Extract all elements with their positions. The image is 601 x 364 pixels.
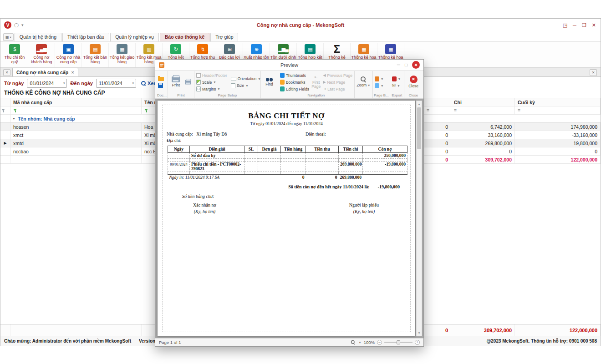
size-button[interactable]: Size ▼ <box>230 82 262 89</box>
filter-cell-indicator[interactable] <box>0 106 10 114</box>
last-page-button[interactable]: ⇥ Last Page <box>322 86 353 92</box>
preview-close-button[interactable] <box>412 61 420 69</box>
first-page-button[interactable]: ⇤ First Page <box>310 76 322 89</box>
zoom-magnifier-icon[interactable] <box>351 340 355 344</box>
print-button[interactable]: Print <box>169 76 183 87</box>
preview-minimize-button[interactable]: ─ <box>397 62 400 67</box>
editing-fields-toggle[interactable]: Editing Fields <box>279 86 310 92</box>
preview-maximize-button[interactable]: □ <box>405 62 407 67</box>
filter-funnel-icon <box>1 109 5 112</box>
scrollbar-thumb[interactable] <box>417 107 421 149</box>
send-email-button[interactable]: ✉ ▼ <box>391 82 402 89</box>
scroll-up-button[interactable]: ▲ <box>417 101 422 107</box>
filter-cell-code[interactable] <box>10 106 142 114</box>
editing-fields-label: Editing Fields <box>286 87 309 91</box>
tabstrip-close-right-button[interactable]: ✕ <box>590 69 597 76</box>
zoom-out-button[interactable]: − <box>377 340 382 345</box>
filter-cell-thu[interactable]: = <box>424 106 451 114</box>
page-color-button[interactable]: ▼ <box>374 76 384 82</box>
ribbon-tab-quan-ly-nghiep-vu[interactable]: Quản lý nghiệp vụ <box>110 33 159 41</box>
preview-title: Preview <box>155 62 423 68</box>
cell-cuoi-ky: 0 <box>515 147 601 155</box>
margins-button[interactable]: Margins ▼ <box>195 86 228 92</box>
cell-code: hoasen <box>10 123 142 131</box>
table-icon: ▦ <box>385 44 396 54</box>
ribbon-button-cong-no-khach-hang[interactable]: ▂▄▆ Công nợ khách hàng <box>28 43 55 67</box>
quick-print-button[interactable] <box>183 79 193 86</box>
to-date-combo[interactable]: 11/01/2024 ▾ <box>96 79 136 88</box>
save-document-button[interactable] <box>157 82 165 89</box>
ribbon-tab-thiet-lap-ban-dau[interactable]: Thiết lập ban đầu <box>62 33 109 41</box>
chevron-down-icon: ▾ <box>10 35 11 39</box>
fullscreen-button[interactable]: ◳ <box>563 22 567 28</box>
page-color-icon <box>375 76 379 81</box>
magnifier-icon <box>361 76 367 82</box>
zoom-slider-thumb[interactable] <box>397 340 400 344</box>
ribbon-tab-bao-cao-thong-ke[interactable]: Báo cáo thống kê <box>160 33 210 41</box>
quick-access-caret-icon[interactable]: ▾ <box>21 23 24 27</box>
filter-cell-chi[interactable]: = <box>451 106 515 114</box>
ribbon-tab-tro-giup[interactable]: Trợ giúp <box>210 33 238 41</box>
group-caption: Close <box>405 93 422 98</box>
editing-fields-icon <box>280 86 285 91</box>
thumbnails-icon <box>280 73 285 78</box>
bar-chart-icon: ▂▆▄ <box>278 44 289 54</box>
close-circle-icon <box>410 76 418 83</box>
find-button[interactable]: Find <box>262 78 277 86</box>
ribbon-button-cong-no-nha-cung-cap[interactable]: ▣ Công nợ nhà cung cấp <box>55 43 82 67</box>
sign-right-title: Người lập phiếu <box>349 202 379 207</box>
row-indicator-cell <box>0 147 10 155</box>
collapse-triangle-icon[interactable]: ▼ <box>12 117 15 120</box>
document-tab-cong-no-nha-cung-cap[interactable]: Công nợ nhà cung cấp ✕ <box>12 68 78 76</box>
minimize-button[interactable]: ─ <box>573 22 576 28</box>
filter-cell-cuoi-ky[interactable]: = <box>515 106 601 114</box>
ribbon-button-tong-ket-giao-hang[interactable]: ▦ Tổng kết giao hàng <box>109 43 136 67</box>
preview-scrollbar[interactable]: ▲ ▼ <box>416 101 422 336</box>
restore-button[interactable]: ❐ <box>582 22 586 28</box>
chevron-down-icon: ▼ <box>358 341 361 344</box>
column-header-cuoi-ky[interactable]: Cuối kỳ <box>515 98 601 106</box>
ribbon-button-tong-ket-ban-hang[interactable]: ▤ Tổng kết bán hàng <box>82 43 109 67</box>
previous-page-button[interactable]: ◀ Previous Page <box>322 72 353 79</box>
column-header-thu[interactable] <box>424 98 451 106</box>
tabstrip-close-button[interactable]: ✕ <box>3 69 10 76</box>
next-page-icon: ▶ <box>323 80 326 84</box>
export-document-button[interactable]: ▼ <box>391 76 402 82</box>
welcome-text: Chào mừng: Administrator đến với phần mề… <box>4 339 131 344</box>
close-preview-button[interactable]: Close <box>405 76 422 88</box>
ribbon-button-thu-chi-ton-quy[interactable]: $ Thu chi tồn quỹ <box>1 43 28 67</box>
tab-close-icon[interactable]: ✕ <box>71 71 74 75</box>
cell-code: xmct <box>10 131 142 139</box>
entry-row: 09/01/2024 Phiếu chi tiền - PCT00002-290… <box>168 162 407 172</box>
orientation-button[interactable]: Orientation ▼ <box>230 76 262 82</box>
cell-cuoi-ky: 174,960,000 <box>515 123 601 131</box>
bookmarks-toggle[interactable]: Bookmarks <box>279 79 310 86</box>
scroll-down-button[interactable]: ▼ <box>417 330 422 336</box>
group-caption: Page Setup <box>195 93 260 98</box>
watermark-button[interactable]: ▼ <box>374 82 384 89</box>
last-page-label: Last Page <box>327 87 345 91</box>
page-info: Page 1 of 1 <box>159 340 181 345</box>
thumbnails-toggle[interactable]: Thumbnails <box>279 72 310 79</box>
zoom-in-button[interactable]: + <box>415 340 420 345</box>
column-header-chi[interactable]: Chi <box>451 98 515 106</box>
app-menu-button[interactable]: ▦▾ <box>3 33 14 41</box>
from-date-combo[interactable]: 01/01/2024 ▾ <box>27 79 67 88</box>
header-footer-button[interactable]: Header/Footer <box>195 72 228 79</box>
zoom-slider[interactable] <box>384 342 413 343</box>
next-page-label: Next Page <box>327 80 346 85</box>
cell-thu: 0 <box>424 139 451 147</box>
ribbon-tab-quan-tri-he-thong[interactable]: Quản trị hệ thống <box>15 33 61 41</box>
window-title: Công nợ nhà cung cấp - MekongSoft <box>0 22 601 28</box>
zoom-button[interactable]: Zoom ▼ <box>356 76 372 87</box>
next-page-button[interactable]: ▶ Next Page <box>322 79 353 86</box>
group-caption <box>262 93 277 98</box>
scale-button[interactable]: Scale ▼ <box>195 79 228 86</box>
open-document-button[interactable] <box>157 76 165 82</box>
column-header-code[interactable]: Mã nhà cung cấp <box>10 98 142 106</box>
quick-access-icon[interactable]: ◯ <box>14 23 19 27</box>
th-ngay: Ngày <box>168 146 190 153</box>
last-page-icon: ⇥ <box>323 87 326 91</box>
cell-thu: 0 <box>424 147 451 155</box>
close-button[interactable]: ✕ <box>592 22 596 28</box>
